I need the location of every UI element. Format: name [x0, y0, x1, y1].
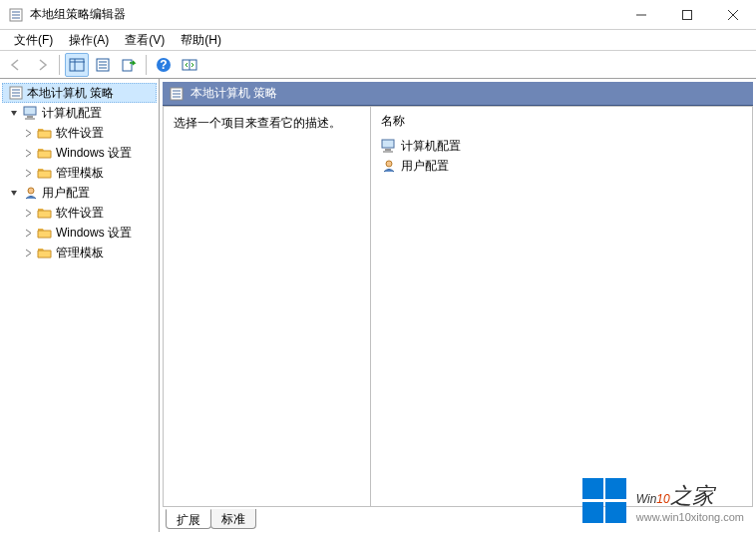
folder-icon	[37, 245, 53, 261]
forward-button[interactable]	[30, 53, 54, 77]
tree-label: Windows 设置	[56, 225, 132, 242]
policy-icon	[8, 85, 24, 101]
menubar: 文件(F) 操作(A) 查看(V) 帮助(H)	[0, 30, 756, 51]
tab-standard[interactable]: 标准	[210, 509, 256, 529]
description-text: 选择一个项目来查看它的描述。	[174, 116, 341, 130]
chevron-down-icon[interactable]	[8, 107, 20, 119]
tree-label: 软件设置	[56, 205, 104, 222]
folder-icon	[37, 145, 53, 161]
properties-button[interactable]	[91, 53, 115, 77]
toolbar-separator	[59, 55, 60, 75]
tree-pane[interactable]: 本地计算机 策略 计算机配置 软件设置 Windows 设置 管理模板	[0, 79, 160, 532]
user-icon	[23, 185, 39, 201]
tree-user-config[interactable]: 用户配置	[2, 183, 157, 203]
menu-view[interactable]: 查看(V)	[117, 30, 173, 51]
chevron-right-icon[interactable]	[22, 207, 34, 219]
content-pane: 本地计算机 策略 选择一个项目来查看它的描述。 名称 计算机配置 用户配置 扩展…	[160, 79, 756, 532]
back-button[interactable]	[4, 53, 28, 77]
menu-file[interactable]: 文件(F)	[6, 30, 61, 51]
column-header-name[interactable]: 名称	[381, 113, 742, 130]
minimize-button[interactable]	[618, 0, 664, 29]
menu-action[interactable]: 操作(A)	[61, 30, 117, 51]
menu-help[interactable]: 帮助(H)	[173, 30, 229, 51]
titlebar: 本地组策略编辑器	[0, 0, 756, 30]
chevron-right-icon[interactable]	[22, 127, 34, 139]
folder-icon	[37, 225, 53, 241]
svg-rect-32	[382, 140, 394, 148]
svg-point-27	[28, 188, 34, 194]
chevron-right-icon[interactable]	[22, 247, 34, 259]
svg-rect-8	[70, 59, 84, 71]
watermark-url: www.win10xitong.com	[636, 511, 744, 523]
tree-label: 计算机配置	[42, 105, 102, 122]
tree-item-admin[interactable]: 管理模板	[2, 243, 157, 263]
chevron-down-icon[interactable]	[8, 187, 20, 199]
watermark-title: Win10之家	[636, 479, 744, 511]
policy-icon	[169, 86, 185, 102]
svg-rect-25	[27, 116, 33, 118]
tree-label: 用户配置	[42, 185, 90, 202]
toolbar-separator	[146, 55, 147, 75]
list-item-label: 计算机配置	[401, 138, 461, 155]
svg-rect-5	[683, 10, 692, 19]
tree-label: 管理模板	[56, 165, 104, 182]
tree-item-admin[interactable]: 管理模板	[2, 163, 157, 183]
content-body: 选择一个项目来查看它的描述。 名称 计算机配置 用户配置	[163, 106, 753, 507]
tree-label: 管理模板	[56, 245, 104, 262]
svg-rect-24	[24, 107, 36, 115]
description-pane: 选择一个项目来查看它的描述。	[164, 107, 371, 506]
folder-icon	[37, 165, 53, 181]
export-button[interactable]	[117, 53, 141, 77]
folder-icon	[37, 125, 53, 141]
user-icon	[381, 158, 397, 174]
svg-point-35	[386, 161, 392, 167]
show-hide-button[interactable]	[178, 53, 201, 77]
show-tree-button[interactable]	[65, 53, 89, 77]
tree-label: 软件设置	[56, 125, 104, 142]
computer-icon	[23, 105, 39, 121]
chevron-right-icon[interactable]	[22, 147, 34, 159]
folder-icon	[37, 205, 53, 221]
list-item-computer[interactable]: 计算机配置	[381, 136, 742, 156]
tree-item-software[interactable]: 软件设置	[2, 123, 157, 143]
window-title: 本地组策略编辑器	[30, 6, 618, 23]
tree-item-software[interactable]: 软件设置	[2, 203, 157, 223]
computer-icon	[381, 138, 397, 154]
svg-rect-33	[385, 149, 391, 151]
tree-item-windows[interactable]: Windows 设置	[2, 223, 157, 243]
list-pane[interactable]: 名称 计算机配置 用户配置	[371, 107, 752, 506]
list-item-label: 用户配置	[401, 158, 449, 175]
help-button[interactable]: ?	[152, 53, 176, 77]
chevron-right-icon[interactable]	[22, 227, 34, 239]
tab-extended[interactable]: 扩展	[166, 509, 211, 529]
list-item-user[interactable]: 用户配置	[381, 156, 742, 176]
tree-label: Windows 设置	[56, 145, 132, 162]
content-header-title: 本地计算机 策略	[190, 85, 277, 102]
tree-item-windows[interactable]: Windows 设置	[2, 143, 157, 163]
tree-computer-config[interactable]: 计算机配置	[2, 103, 157, 123]
chevron-right-icon[interactable]	[22, 167, 34, 179]
svg-text:?: ?	[160, 58, 167, 72]
tree-root[interactable]: 本地计算机 策略	[2, 83, 157, 103]
svg-rect-15	[123, 60, 132, 71]
toolbar: ?	[0, 51, 756, 79]
app-icon	[8, 7, 24, 23]
windows-logo-icon	[582, 478, 628, 524]
content-header: 本地计算机 策略	[163, 82, 753, 106]
close-button[interactable]	[710, 0, 756, 29]
tree-root-label: 本地计算机 策略	[27, 85, 114, 102]
maximize-button[interactable]	[664, 0, 710, 29]
watermark: Win10之家 www.win10xitong.com	[582, 478, 744, 524]
